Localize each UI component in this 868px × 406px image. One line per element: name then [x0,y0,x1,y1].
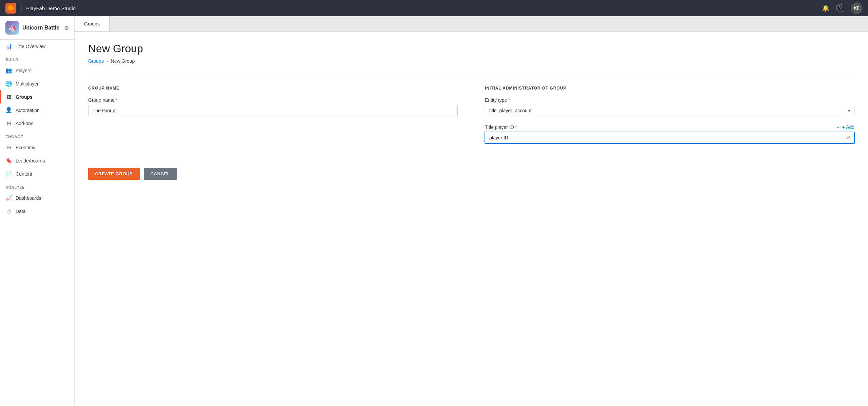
create-group-button[interactable]: CREATE GROUP [88,168,140,180]
section-label-engage: ENGAGE [0,130,74,141]
players-icon: 👥 [5,67,12,74]
group-name-section-title: GROUP NAME [88,86,458,91]
sidebar-item-dashboards[interactable]: 📈 Dashboards [0,191,74,205]
sidebar-item-title-overview[interactable]: 📊 Title Overview [0,40,74,53]
chart-icon: 📊 [5,43,12,50]
user-avatar[interactable]: KE [851,2,863,14]
section-label-analyze: ANALYZE [0,180,74,191]
economy-icon: ⊚ [5,144,12,151]
section-label-build: BUILD [0,53,74,64]
group-name-section: GROUP NAME Group name * [88,86,458,152]
player-id-header: Title player ID * + + Add [485,124,854,130]
form-sections: GROUP NAME Group name * INITIAL ADMINIST… [88,86,854,152]
sidebar-item-content[interactable]: 📄 Content [0,167,74,180]
entity-type-select[interactable]: title_player_account master_player_accou… [485,105,854,116]
sidebar-brand: 🦄 Unicorn Battle ⚙ [0,16,74,40]
top-nav-actions: 🔔 ? KE [822,2,863,14]
brand-logo: 🦄 [5,21,19,35]
group-name-label: Group name * [88,97,458,103]
main-layout: 🦄 Unicorn Battle ⚙ 📊 Title Overview BUIL… [0,16,868,406]
player-id-label: Title player ID * [485,124,517,130]
player-id-required: * [515,125,517,130]
breadcrumb-parent[interactable]: Groups [88,58,104,64]
sidebar-item-addons[interactable]: ⊟ Add-ons [0,117,74,130]
entity-type-select-wrapper: title_player_account master_player_accou… [485,105,854,116]
add-player-button[interactable]: + + Add [837,124,854,130]
breadcrumb-current: New Group [111,58,135,64]
clear-player-id-button[interactable]: ✕ [847,135,851,140]
top-nav: 🔶 | PlayFab Demo Studio 🔔 ? KE [0,0,868,16]
groups-icon: ⊞ [5,94,12,100]
sidebar-item-data[interactable]: ◇ Data [0,205,74,218]
sidebar-item-players[interactable]: 👥 Players [0,64,74,77]
page-content: New Group Groups › New Group GROUP NAME … [75,32,868,406]
settings-icon[interactable]: ⚙ [64,25,69,31]
admin-section-title: INITIAL ADMINISTRATOR OF GROUP [485,86,854,91]
multiplayer-icon: 🌐 [5,80,12,87]
tab-groups[interactable]: Groups [75,16,110,31]
plus-icon: + [837,124,840,130]
admin-section: INITIAL ADMINISTRATOR OF GROUP Entity ty… [485,86,854,152]
content-area: Groups New Group Groups › New Group GROU… [75,16,868,406]
content-icon: 📄 [5,171,12,177]
leaderboards-icon: 🔖 [5,157,12,164]
nav-divider: | [20,4,22,12]
sidebar-item-leaderboards[interactable]: 🔖 Leaderboards [0,154,74,167]
notification-icon[interactable]: 🔔 [822,4,829,12]
addons-icon: ⊟ [5,120,12,127]
player-id-field: Title player ID * + + Add ✕ [485,124,854,143]
app-logo: 🔶 [5,3,16,14]
tab-bar: Groups [75,16,868,32]
player-id-input-wrapper: ✕ [485,132,854,143]
entity-type-required: * [508,98,510,102]
cancel-button[interactable]: CANCEL [144,168,177,180]
sidebar-item-automation[interactable]: 👤 Automation [0,103,74,117]
player-id-input[interactable] [485,132,854,143]
action-buttons: CREATE GROUP CANCEL [88,160,854,180]
group-name-field: Group name * [88,97,458,116]
help-icon[interactable]: ? [836,4,844,12]
entity-type-field: Entity type * title_player_account maste… [485,97,854,116]
sidebar-item-groups[interactable]: ⊞ Groups [0,90,74,103]
breadcrumb: Groups › New Group [88,58,854,64]
app-title: PlayFab Demo Studio [26,5,76,11]
group-name-required: * [116,98,118,102]
group-name-input[interactable] [88,105,458,116]
entity-type-label: Entity type * [485,97,854,103]
breadcrumb-separator: › [106,58,108,64]
sidebar: 🦄 Unicorn Battle ⚙ 📊 Title Overview BUIL… [0,16,75,406]
data-icon: ◇ [5,208,12,214]
brand-name: Unicorn Battle [22,25,59,31]
sidebar-item-multiplayer[interactable]: 🌐 Multiplayer [0,77,74,90]
automation-icon: 👤 [5,107,12,113]
form-divider [88,75,854,75]
dashboards-icon: 📈 [5,195,12,201]
page-title: New Group [88,42,854,55]
sidebar-item-economy[interactable]: ⊚ Economy [0,141,74,154]
